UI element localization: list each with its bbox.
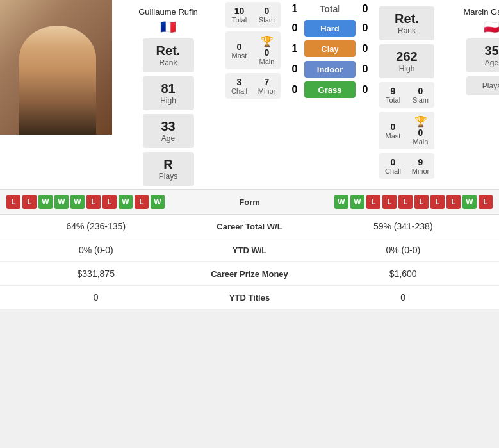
right-plays-box: Plays [466, 76, 500, 95]
left-high-box: 81 High [143, 76, 194, 110]
left-age-label: Age [156, 134, 181, 143]
left-plays-box: R Plays [143, 152, 194, 186]
grass-badge: Grass [304, 81, 356, 98]
grass-left: 0 [285, 84, 304, 95]
form-badge-right: W [350, 195, 364, 209]
right-detailed-stats: Ret. Rank 262 High 9 Total 0 Slam [378, 0, 436, 184]
left-age-box: 33 Age [143, 114, 194, 148]
right-trophy: 🏆 0 Main [407, 115, 434, 145]
right-rank-box: Ret. Rank [379, 6, 434, 40]
indoor-badge: Indoor [304, 61, 356, 78]
left-player-name: Guillaume Rufin [135, 3, 201, 19]
right-plays-label: Plays [479, 81, 500, 90]
right-age-box: 35 Age [466, 38, 500, 72]
left-mast-cell: 0 Mast [225, 42, 253, 60]
hard-right: 0 [356, 22, 375, 34]
career-wl-row: 64% (236-135) Career Total W/L 59% (341-… [0, 215, 499, 238]
hard-badge: Hard [304, 20, 356, 37]
form-badge-left: W [38, 195, 53, 209]
form-badge-left: W [70, 195, 85, 209]
left-total-cell: 10 Total [225, 6, 253, 24]
grass-right: 0 [356, 84, 375, 95]
form-badge-right: L [446, 195, 461, 209]
right-player-name-short [378, 0, 436, 4]
clay-left: 1 [285, 43, 304, 54]
left-rank-label: Rank [156, 58, 181, 67]
left-rank-box: Ret. Rank [143, 38, 194, 72]
right-trophy-icon: 🏆 [414, 115, 427, 128]
career-wl-left: 64% (236-135) [6, 221, 186, 231]
center-match-stats: 1 Total 0 0 Hard 0 1 Clay 0 0 Indoor 0 [282, 0, 378, 105]
total-left: 1 [285, 3, 304, 15]
right-chall-cell: 0 Chall [379, 157, 407, 175]
ytd-titles-label: YTD Titles [186, 293, 314, 303]
form-badge-left: L [135, 195, 149, 209]
grass-row: 0 Grass 0 [285, 81, 375, 98]
clay-row: 1 Clay 0 [285, 40, 375, 57]
prize-row: $331,875 Career Prize Money $1,600 [0, 262, 499, 286]
right-mast-cell: 0 Mast [379, 122, 407, 140]
hard-left: 0 [285, 22, 304, 34]
form-badge-left: L [6, 195, 20, 209]
prize-right: $1,600 [314, 269, 493, 279]
form-badge-left: W [151, 195, 165, 209]
form-badge-right: L [398, 195, 413, 209]
left-high-value: 81 [156, 81, 181, 96]
indoor-left: 0 [285, 63, 304, 75]
player-header-row: Guillaume Rufin 🇫🇷 Ret. Rank 81 High 33 … [0, 0, 499, 189]
right-slam-cell: 0 Slam [407, 86, 434, 104]
total-right: 0 [356, 3, 375, 15]
form-section: LLWWWLLWLW Form WWLLLLLLWL [0, 189, 499, 214]
ytd-titles-right: 0 [314, 292, 493, 303]
left-player-info: Guillaume Rufin 🇫🇷 Ret. Rank 81 High 33 … [112, 0, 224, 189]
left-plays-label: Plays [156, 172, 181, 181]
form-badge-right: L [430, 195, 445, 209]
stats-section: 64% (236-135) Career Total W/L 59% (341-… [0, 214, 499, 310]
main-container: Guillaume Rufin 🇫🇷 Ret. Rank 81 High 33 … [0, 0, 499, 310]
form-right: WWLLLLLLWL [288, 195, 493, 209]
ytd-titles-left: 0 [6, 292, 186, 303]
left-age-value: 33 [156, 119, 181, 134]
left-minor-cell: 7 Minor [253, 77, 281, 95]
right-player-flag: 🇵🇱 [484, 19, 499, 35]
clay-right: 0 [356, 43, 375, 54]
career-wl-right: 59% (341-238) [314, 221, 493, 231]
right-player-name: Marcin Gawron [460, 3, 499, 19]
indoor-right: 0 [356, 63, 375, 75]
form-badge-right: L [414, 195, 429, 209]
form-badge-left: L [102, 195, 117, 209]
form-badge-right: L [382, 195, 397, 209]
left-player-photo [0, 0, 112, 135]
form-badge-right: L [366, 195, 380, 209]
hard-row: 0 Hard 0 [285, 20, 375, 37]
right-player-info: Marcin Gawron 🇵🇱 35 Age Plays [436, 0, 499, 99]
left-detailed-stats: 10 Total 0 Slam 0 Mast 🏆 [224, 0, 282, 104]
left-trophy-icon: 🏆 [261, 35, 274, 47]
left-trophy: 🏆 0 Main [253, 35, 281, 65]
form-badge-right: W [462, 195, 477, 209]
form-center-label: Form [211, 197, 288, 207]
form-badge-right: L [479, 195, 493, 209]
ytd-wl-label: YTD W/L [186, 245, 314, 255]
right-high-box: 262 High [379, 44, 434, 78]
right-age-label: Age [479, 58, 500, 67]
right-total-cell: 9 Total [379, 86, 407, 104]
left-chall-cell: 3 Chall [225, 77, 253, 95]
ytd-wl-left: 0% (0-0) [6, 245, 186, 255]
clay-badge: Clay [304, 40, 356, 57]
form-badge-left: W [54, 195, 69, 209]
prize-label: Career Prize Money [186, 269, 314, 279]
prize-left: $331,875 [6, 269, 186, 279]
ytd-wl-right: 0% (0-0) [314, 245, 493, 255]
left-slam-cell: 0 Slam [253, 6, 281, 24]
career-wl-label: Career Total W/L [186, 222, 314, 231]
form-left: LLWWWLLWLW [6, 195, 211, 209]
total-row: 1 Total 0 [285, 3, 375, 15]
left-player-flag: 🇫🇷 [160, 19, 176, 35]
form-badge-left: L [22, 195, 37, 209]
form-badge-right: W [334, 195, 348, 209]
ytd-titles-row: 0 YTD Titles 0 [0, 286, 499, 310]
left-rank-value: Ret. [156, 44, 181, 58]
left-plays-value: R [156, 157, 181, 172]
right-age-value: 35 [479, 44, 500, 58]
